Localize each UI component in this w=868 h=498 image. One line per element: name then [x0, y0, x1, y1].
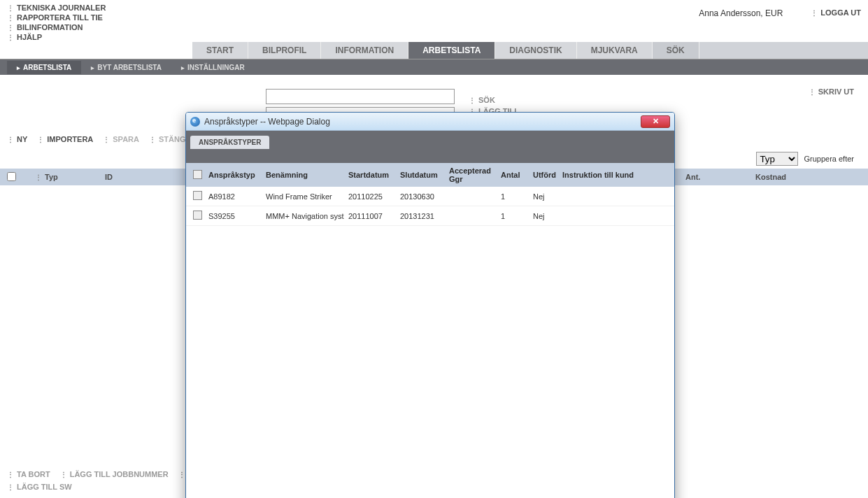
row-checkbox[interactable]: [193, 191, 202, 200]
cell-utford: Nej: [533, 212, 562, 220]
cell-utford: Nej: [533, 192, 562, 201]
grid-header-typ[interactable]: Typ: [35, 173, 105, 181]
add-sw-button[interactable]: LÄGG TILL SW: [7, 483, 72, 491]
tab-spacer: [0, 42, 192, 59]
dg-header-inst[interactable]: Instruktion till kund: [562, 171, 646, 179]
grid-header-kostnad[interactable]: Kostnad: [755, 173, 825, 181]
dg-header-typ[interactable]: Anspråkstyp: [208, 171, 266, 179]
add-job-button[interactable]: LÄGG TILL JOBBNUMMER: [60, 470, 169, 478]
subtab-arbetslista[interactable]: ARBETSLISTA: [7, 61, 81, 74]
subtab-installningar[interactable]: INSTÄLLNINGAR: [171, 61, 255, 74]
cell-start: 20110225: [348, 192, 400, 201]
tab-sok[interactable]: SÖK: [653, 42, 699, 59]
dialog-tabs: ANSPRÅKSTYPER: [186, 131, 674, 149]
tab-mjukvara[interactable]: MJUKVARA: [577, 42, 653, 59]
dialog-titlebar: Anspråkstyper -- Webpage Dialog ✕: [186, 113, 674, 131]
dialog-close-button[interactable]: ✕: [641, 115, 670, 128]
print-button[interactable]: SKRIV UT: [809, 87, 854, 96]
cell-slut: 20131231: [400, 212, 449, 220]
dg-header-acc[interactable]: Accepterad Ggr: [449, 166, 501, 183]
search-button[interactable]: SÖK: [469, 96, 519, 104]
user-name: Anna Andersson, EUR: [699, 8, 783, 18]
group-select[interactable]: Typ: [756, 152, 798, 166]
import-button[interactable]: IMPORTERA: [37, 135, 93, 143]
dg-header-ben[interactable]: Benämning: [266, 171, 348, 179]
cell-antal: 1: [501, 192, 533, 201]
menu-hjalp[interactable]: HJÄLP: [7, 32, 106, 42]
tab-start[interactable]: START: [192, 42, 248, 59]
sub-tabs: ARBETSLISTA BYT ARBETSLISTA INSTÄLLNINGA…: [0, 59, 868, 75]
grid-select-all[interactable]: [7, 172, 16, 181]
cell-typ: S39255: [208, 212, 266, 220]
group-label: Gruppera efter: [804, 155, 854, 163]
cell-slut: 20130630: [400, 192, 449, 201]
cell-ben: Wind Frame Striker: [266, 192, 348, 201]
menu-rapportera[interactable]: RAPPORTERA TILL TIE: [7, 13, 106, 22]
cell-start: 20111007: [348, 212, 400, 220]
dialog-select-all[interactable]: [193, 170, 202, 179]
menu-bilinformation[interactable]: BILINFORMATION: [7, 22, 106, 32]
dialog-grid-header: Anspråkstyp Benämning Startdatum Slutdat…: [186, 163, 674, 187]
dg-header-slut[interactable]: Slutdatum: [400, 171, 449, 179]
tab-information[interactable]: INFORMATION: [321, 42, 408, 59]
user-info: Anna Andersson, EUR LOGGA UT: [699, 3, 861, 42]
top-menu: TEKNISKA JOURNALER RAPPORTERA TILL TIE B…: [7, 3, 106, 42]
table-row[interactable]: S39255 MMM+ Navigation syst 20111007 201…: [186, 206, 674, 226]
grid-header-ant[interactable]: Ant.: [685, 173, 755, 181]
main-tabs: START BILPROFIL INFORMATION ARBETSLISTA …: [0, 42, 868, 59]
dg-header-antal[interactable]: Antal: [501, 171, 533, 179]
save-button[interactable]: SPARA: [103, 135, 139, 143]
dialog-title: Anspråkstyper -- Webpage Dialog: [204, 117, 330, 127]
tab-diagnostik[interactable]: DIAGNOSTIK: [495, 42, 576, 59]
header: TEKNISKA JOURNALER RAPPORTERA TILL TIE B…: [0, 0, 868, 42]
close-button[interactable]: STÄNG: [149, 135, 186, 143]
subtab-byt[interactable]: BYT ARBETSLISTA: [81, 61, 171, 74]
dialog-tab-ansprakstyper[interactable]: ANSPRÅKSTYPER: [190, 136, 269, 149]
dialog-body: [186, 226, 674, 498]
table-row[interactable]: A89182 Wind Frame Striker 20110225 20130…: [186, 187, 674, 206]
dg-header-start[interactable]: Startdatum: [348, 171, 400, 179]
tab-arbetslista[interactable]: ARBETSLISTA: [408, 42, 495, 59]
dialog-grid: Anspråkstyp Benämning Startdatum Slutdat…: [186, 163, 674, 226]
cell-ben: MMM+ Navigation syst: [266, 212, 348, 220]
ie-icon: [190, 117, 200, 127]
dialog-subheader: [186, 149, 674, 163]
delete-button[interactable]: TA BORT: [7, 470, 50, 478]
new-button[interactable]: NY: [7, 135, 27, 143]
dg-header-utford[interactable]: Utförd: [533, 171, 562, 179]
cell-antal: 1: [501, 212, 533, 220]
logout-button[interactable]: LOGGA UT: [811, 8, 861, 17]
search-input[interactable]: [266, 89, 455, 104]
menu-tekniska[interactable]: TEKNISKA JOURNALER: [7, 3, 106, 13]
close-icon: ✕: [653, 117, 659, 126]
dialog: Anspråkstyper -- Webpage Dialog ✕ ANSPRÅ…: [185, 112, 675, 498]
row-checkbox[interactable]: [193, 211, 202, 220]
tab-bilprofil[interactable]: BILPROFIL: [248, 42, 321, 59]
cell-typ: A89182: [208, 192, 266, 201]
